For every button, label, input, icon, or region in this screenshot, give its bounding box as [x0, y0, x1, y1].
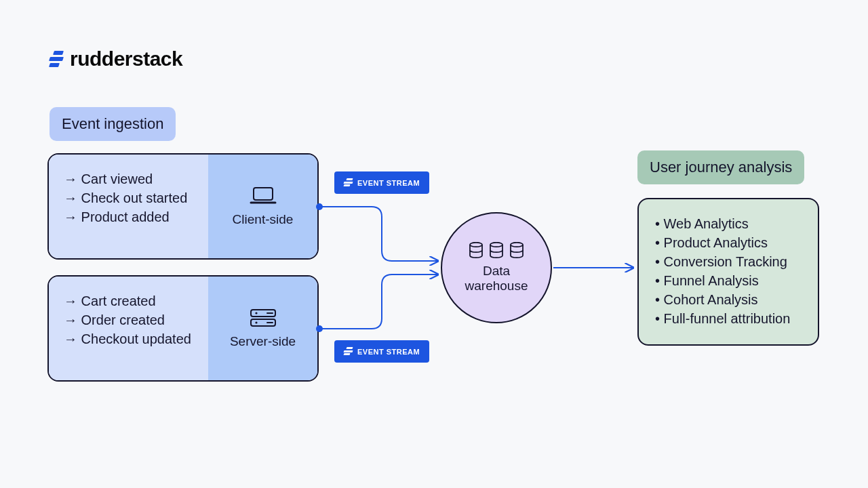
client-side-label: Client-side: [233, 212, 294, 227]
data-warehouse-label: Data warehouse: [465, 264, 528, 293]
analysis-item: Funnel Analysis: [655, 271, 804, 290]
client-events-list: Cart viewed Check out started Product ad…: [49, 155, 208, 258]
svg-point-7: [511, 243, 523, 247]
data-warehouse-node: Data warehouse: [441, 212, 552, 323]
event-stream-chip-server: EVENT STREAM: [334, 340, 429, 363]
event-stream-label: EVENT STREAM: [357, 348, 420, 356]
event-stream-label: EVENT STREAM: [357, 179, 420, 187]
server-event-item: Order created: [64, 310, 196, 329]
svg-point-6: [490, 243, 502, 247]
analysis-item: Product Analytics: [655, 233, 804, 252]
laptop-icon: [248, 186, 278, 205]
analysis-panel: Web Analytics Product Analytics Conversi…: [637, 198, 819, 346]
brand-name: rudderstack: [70, 47, 182, 70]
svg-point-3: [255, 312, 257, 314]
server-event-item: Cart created: [64, 291, 196, 310]
brand-logo: rudderstack: [50, 47, 182, 70]
server-icon: [248, 308, 278, 327]
svg-point-5: [470, 243, 482, 247]
client-event-item: Check out started: [64, 188, 196, 207]
server-event-item: Checkout updated: [64, 329, 196, 348]
server-events-list: Cart created Order created Checkout upda…: [49, 277, 208, 380]
event-stream-chip-client: EVENT STREAM: [334, 171, 429, 194]
analysis-item: Conversion Tracking: [655, 252, 804, 271]
client-event-item: Product added: [64, 207, 196, 226]
brand-mark-icon: [50, 51, 63, 67]
brand-mark-mini-icon: [344, 178, 353, 187]
database-icon: [509, 242, 524, 260]
server-side-card: Cart created Order created Checkout upda…: [47, 275, 319, 382]
database-icons-row: [469, 242, 524, 260]
database-icon: [469, 242, 484, 260]
analysis-item: Full-funnel attribution: [655, 309, 804, 328]
analysis-item: Web Analytics: [655, 214, 804, 233]
svg-rect-0: [254, 188, 273, 200]
user-journey-analysis-title: User journey analysis: [637, 150, 804, 184]
client-side-card: Cart viewed Check out started Product ad…: [47, 153, 319, 260]
event-ingestion-title: Event ingestion: [50, 107, 176, 141]
brand-mark-mini-icon: [344, 347, 353, 356]
server-side-label: Server-side: [230, 334, 296, 349]
analysis-item: Cohort Analysis: [655, 290, 804, 309]
svg-point-4: [255, 321, 257, 323]
client-event-item: Cart viewed: [64, 169, 196, 188]
database-icon: [489, 242, 504, 260]
